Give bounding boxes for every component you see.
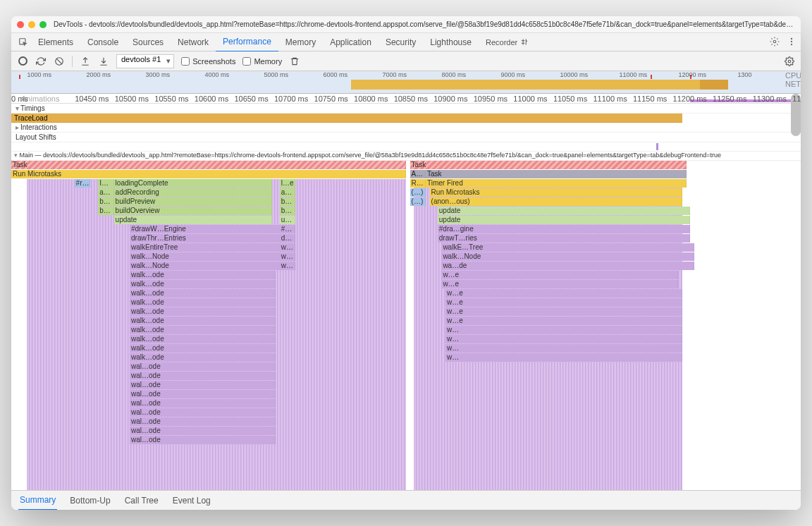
flame-segment[interactable]: Task	[426, 170, 687, 178]
flame-segment[interactable]: w…	[445, 335, 682, 343]
layout-shifts-track[interactable]: Layout Shifts	[11, 133, 801, 142]
traceload-bar[interactable]: TraceLoad	[11, 114, 682, 123]
flame-segment[interactable]: #…	[280, 225, 295, 233]
tab-application[interactable]: Application	[323, 33, 379, 51]
tab-lighthouse[interactable]: Lighthouse	[423, 33, 479, 51]
flame-segment[interactable]: w…	[280, 262, 295, 270]
flame-segment[interactable]: update	[438, 216, 690, 224]
screenshots-checkbox[interactable]: Screenshots	[181, 57, 235, 66]
flame-segment[interactable]: walk…ode	[130, 289, 276, 298]
flame-segment[interactable]: wal…ode	[130, 381, 276, 389]
flame-segment[interactable]: (…)	[410, 188, 426, 197]
main-thread-header[interactable]: Main — devtools://devtools/bundled/devto…	[11, 152, 801, 161]
flame-segment[interactable]: wal…ode	[130, 427, 276, 435]
interactions-track[interactable]: Interactions	[11, 123, 801, 133]
flame-segment[interactable]: walk…Node	[130, 262, 288, 270]
tab-console[interactable]: Console	[80, 33, 125, 51]
flame-segment[interactable]: a…	[98, 188, 113, 197]
flame-segment[interactable]: walk…ode	[130, 280, 276, 288]
flame-segment[interactable]: b…	[280, 197, 295, 206]
flame-segment[interactable]: update	[114, 216, 272, 224]
memory-checkbox[interactable]: Memory	[242, 57, 282, 66]
tab-performance[interactable]: Performance	[216, 32, 278, 52]
flame-segment[interactable]: walk…ode	[130, 335, 276, 343]
flame-segment[interactable]: walkEntireTree	[130, 243, 288, 252]
flame-segment[interactable]: w…	[280, 252, 295, 261]
flame-segment[interactable]: w…	[445, 344, 682, 353]
task-segment[interactable]: Task	[410, 161, 687, 169]
flame-segment[interactable]: drawT…ries	[438, 234, 690, 243]
flame-segment[interactable]: (anon…ous)	[430, 197, 682, 206]
flame-segment[interactable]: wal…ode	[130, 417, 276, 426]
flame-segment[interactable]: walk…ode	[130, 353, 276, 362]
flame-segment[interactable]: wal…ode	[130, 372, 276, 380]
flame-segment[interactable]: wal…ode	[130, 399, 276, 408]
tab-event-log[interactable]: Event Log	[171, 491, 212, 510]
flame-chart[interactable]: TaskTaskRun MicrotasksA…Task#r…sI…loadin…	[11, 161, 801, 490]
flame-segment[interactable]: walk…Node	[130, 252, 288, 261]
more-icon[interactable]	[787, 37, 796, 48]
flame-segment[interactable]: wal…ode	[130, 390, 276, 398]
flame-segment[interactable]: wa…de	[441, 262, 694, 270]
download-button[interactable]	[98, 56, 109, 67]
inspect-icon[interactable]	[16, 37, 31, 47]
timeline-overview[interactable]: 1000 ms2000 ms3000 ms4000 ms5000 ms6000 …	[11, 71, 801, 94]
flame-segment[interactable]: walk…Node	[441, 252, 694, 261]
flame-segment[interactable]: (…)	[410, 197, 426, 206]
tab-bottom-up[interactable]: Bottom-Up	[68, 491, 111, 510]
flame-segment[interactable]: I…	[98, 179, 113, 188]
record-button[interactable]	[17, 56, 28, 67]
clear-button[interactable]	[54, 56, 65, 67]
flame-segment[interactable]: walk…ode	[130, 317, 276, 325]
settings-icon[interactable]	[770, 37, 780, 48]
reload-button[interactable]	[35, 56, 47, 67]
flame-segment[interactable]: walkE…Tree	[441, 243, 694, 252]
target-select[interactable]: devtools #1	[116, 54, 174, 68]
flame-segment[interactable]: w…	[445, 353, 682, 362]
flame-segment[interactable]: w…	[280, 243, 295, 252]
microtasks-segment[interactable]: Run Microtasks	[11, 170, 406, 178]
flame-segment[interactable]: w…e	[445, 289, 682, 298]
flame-segment[interactable]: w…	[445, 326, 682, 334]
flame-segment[interactable]: #dra…gine	[438, 225, 690, 233]
flame-segment[interactable]: l…e	[280, 179, 295, 188]
tab-recorder[interactable]: Recorder	[479, 33, 535, 51]
flame-segment[interactable]: #r…s	[75, 179, 90, 188]
tab-call-tree[interactable]: Call Tree	[123, 491, 160, 510]
flame-segment[interactable]: walk…ode	[130, 326, 276, 334]
tab-network[interactable]: Network	[171, 33, 216, 51]
flame-segment[interactable]: addRecording	[114, 188, 272, 197]
flame-segment[interactable]: a…	[280, 188, 295, 197]
flame-segment[interactable]: update	[438, 207, 690, 215]
flame-segment[interactable]: w…e	[445, 298, 682, 307]
flame-segment[interactable]: wal…ode	[130, 362, 276, 371]
flame-segment[interactable]: w…e	[445, 307, 682, 316]
timings-track[interactable]: Timings	[11, 104, 801, 114]
flame-segment[interactable]: walk…ode	[130, 344, 276, 353]
flame-segment[interactable]: A…	[410, 170, 426, 178]
time-ruler[interactable]: Animations 0 ms10450 ms10500 ms10550 ms1…	[11, 94, 801, 104]
flame-segment[interactable]: d…	[280, 234, 295, 243]
flame-segment[interactable]: walk…ode	[130, 298, 276, 307]
tab-summary[interactable]: Summary	[18, 491, 57, 510]
tab-elements[interactable]: Elements	[31, 33, 80, 51]
flame-segment[interactable]: loadingComplete	[114, 179, 272, 188]
flame-segment[interactable]: Run Microtasks	[430, 188, 682, 197]
layout-shift-marker[interactable]	[656, 143, 658, 150]
flame-segment[interactable]: R…	[410, 179, 426, 188]
flame-segment[interactable]: walk…ode	[130, 307, 276, 316]
minimize-icon[interactable]	[28, 21, 35, 28]
flame-segment[interactable]: buildPreview	[114, 197, 272, 206]
close-icon[interactable]	[17, 21, 24, 28]
upload-button[interactable]	[80, 56, 91, 67]
tab-security[interactable]: Security	[379, 33, 423, 51]
flame-segment[interactable]: drawThr…Entries	[130, 234, 288, 243]
flame-segment[interactable]: b…	[280, 207, 295, 215]
capture-settings-icon[interactable]	[784, 56, 795, 67]
tab-memory[interactable]: Memory	[278, 33, 323, 51]
trash-icon[interactable]	[289, 56, 300, 67]
flame-segment[interactable]: w…e	[445, 317, 682, 325]
flame-segment[interactable]: w…e	[441, 271, 678, 279]
task-segment[interactable]: Task	[11, 161, 406, 169]
flame-segment[interactable]: #drawW…Engine	[130, 225, 288, 233]
